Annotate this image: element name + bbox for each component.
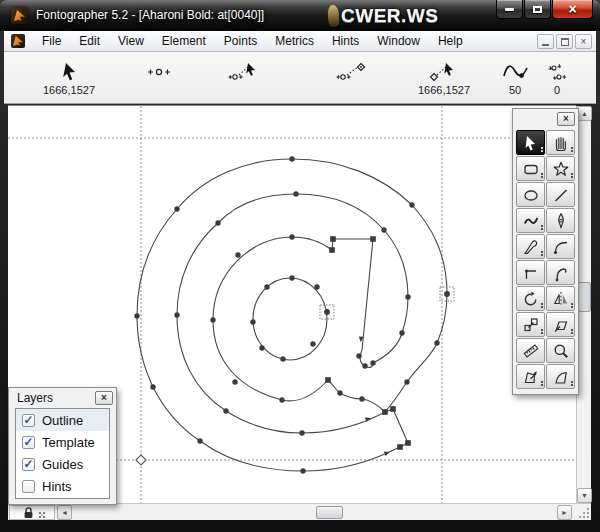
menu-items: FileEditViewElementPointsMetricsHintsWin… — [33, 31, 472, 51]
layers-list: ✓Outline✓Template✓GuidesHints — [15, 408, 110, 499]
layer-row-hints[interactable]: Hints — [16, 475, 109, 497]
subtool-indicator-icon — [541, 306, 543, 308]
subtool-indicator-icon — [541, 384, 543, 386]
document-icon[interactable] — [11, 34, 25, 48]
layer-checkbox-guides[interactable]: ✓ — [22, 458, 35, 471]
menu-item-edit[interactable]: Edit — [70, 31, 109, 51]
fontographer-window: Fontographer 5.2 - [Aharoni Bold: at[004… — [0, 0, 600, 532]
cursor-arrow-icon — [40, 61, 98, 83]
menu-item-element[interactable]: Element — [153, 31, 215, 51]
lock-box[interactable] — [9, 505, 55, 520]
mdi-controls: × — [537, 34, 592, 49]
tool-scale[interactable] — [516, 312, 545, 337]
horizontal-scrollbar[interactable]: ◄ ► — [8, 503, 591, 520]
point-to-diamond-icon — [321, 61, 383, 83]
tool-knife[interactable] — [516, 234, 545, 259]
menu-item-hints[interactable]: Hints — [323, 31, 368, 51]
window-controls: × — [495, 0, 593, 19]
maximize-button[interactable] — [524, 0, 551, 19]
vertical-scroll-thumb[interactable] — [578, 282, 591, 312]
tool-grid — [516, 130, 575, 389]
menu-item-points[interactable]: Points — [215, 31, 266, 51]
pointer-icon — [522, 134, 540, 152]
glyph-contours[interactable] — [137, 159, 447, 471]
tool-zoom[interactable] — [546, 338, 575, 363]
tool-arc[interactable] — [546, 364, 575, 389]
toolbar-readout-curve-tension: 50 — [490, 61, 540, 96]
subtool-indicator-icon — [541, 332, 543, 334]
layer-row-guides[interactable]: ✓Guides — [16, 453, 109, 475]
layer-checkbox-template[interactable]: ✓ — [22, 436, 35, 449]
subtool-indicator-icon — [571, 306, 573, 308]
toolbar-readout-cursor-arrow: 1666,1527 — [40, 61, 98, 96]
hook-icon — [552, 264, 570, 282]
tool-perspective[interactable] — [516, 364, 545, 389]
corner-icon — [522, 264, 540, 282]
zoom-icon — [552, 342, 570, 360]
horizontal-scroll-thumb[interactable] — [316, 506, 343, 519]
tool-line[interactable] — [546, 182, 575, 207]
measure-icon — [522, 342, 540, 360]
toolbar-readout-diamond-to-cursor: 1666,1527 — [412, 61, 476, 96]
scroll-left-button[interactable]: ◄ — [57, 505, 72, 520]
tool-hook[interactable] — [546, 260, 575, 285]
layer-checkbox-hints[interactable] — [22, 480, 35, 493]
layer-checkbox-outline[interactable]: ✓ — [22, 414, 35, 427]
mdi-close-button[interactable]: × — [575, 34, 592, 49]
snap-grid-icon — [39, 512, 41, 514]
layers-close-button[interactable]: × — [95, 391, 113, 405]
subtool-indicator-icon — [571, 150, 573, 152]
tool-reflect[interactable] — [546, 286, 575, 311]
menu-item-metrics[interactable]: Metrics — [266, 31, 323, 51]
mdi-restore-button[interactable] — [556, 34, 573, 49]
layers-panel: Layers × ✓Outline✓Template✓GuidesHints — [8, 387, 117, 505]
scroll-down-button[interactable]: ▼ — [577, 488, 592, 503]
tool-corner[interactable] — [516, 260, 545, 285]
layer-row-template[interactable]: ✓Template — [16, 431, 109, 453]
menu-item-view[interactable]: View — [109, 31, 153, 51]
menu-item-window[interactable]: Window — [368, 31, 429, 51]
arc-icon — [552, 368, 570, 386]
tool-measure[interactable] — [516, 338, 545, 363]
menu-bar: FileEditViewElementPointsMetricsHintsWin… — [4, 31, 596, 52]
scroll-up-icon: ▲ — [581, 110, 588, 117]
close-button[interactable]: × — [552, 0, 593, 19]
control-point-icon — [130, 61, 188, 83]
mdi-close-icon: × — [581, 37, 587, 47]
subtool-indicator-icon — [541, 150, 543, 152]
hand-icon — [552, 134, 570, 152]
layers-panel-title: Layers — [17, 390, 53, 407]
palette-close-icon: × — [563, 113, 569, 124]
subtool-indicator-icon — [571, 176, 573, 178]
palette-close-button[interactable]: × — [557, 112, 575, 126]
skew-icon — [552, 316, 570, 334]
tool-ellipse[interactable] — [516, 182, 545, 207]
line-icon — [552, 186, 570, 204]
menu-item-file[interactable]: File — [33, 31, 70, 51]
scroll-right-button[interactable]: ► — [557, 505, 572, 520]
tool-pen[interactable] — [546, 208, 575, 233]
tool-rounded-rect[interactable] — [516, 156, 545, 181]
layer-row-outline[interactable]: ✓Outline — [16, 409, 109, 431]
mdi-minimize-button[interactable] — [537, 34, 554, 49]
menu-item-help[interactable]: Help — [429, 31, 472, 51]
tool-curve[interactable] — [546, 234, 575, 259]
toolbar-readout-control-point — [130, 61, 188, 83]
tool-rotate[interactable] — [516, 286, 545, 311]
tool-hand[interactable] — [546, 130, 575, 155]
pen-icon — [552, 212, 570, 230]
scroll-down-icon: ▼ — [581, 492, 588, 499]
document-arrow-icon — [13, 36, 23, 46]
scroll-up-button[interactable]: ▲ — [577, 106, 592, 121]
tool-skew[interactable] — [546, 312, 575, 337]
origin-diamond-marker[interactable] — [136, 455, 146, 465]
curve-tension-icon — [490, 61, 540, 83]
resize-grip[interactable] — [575, 505, 591, 520]
maximize-icon — [533, 6, 542, 13]
toolbar-value: 1666,1527 — [412, 84, 476, 96]
tool-pointer[interactable] — [516, 130, 545, 155]
tool-freehand[interactable] — [516, 208, 545, 233]
tool-star[interactable] — [546, 156, 575, 181]
minimize-button[interactable] — [496, 0, 523, 19]
toolbar-value: 0 — [534, 84, 580, 96]
